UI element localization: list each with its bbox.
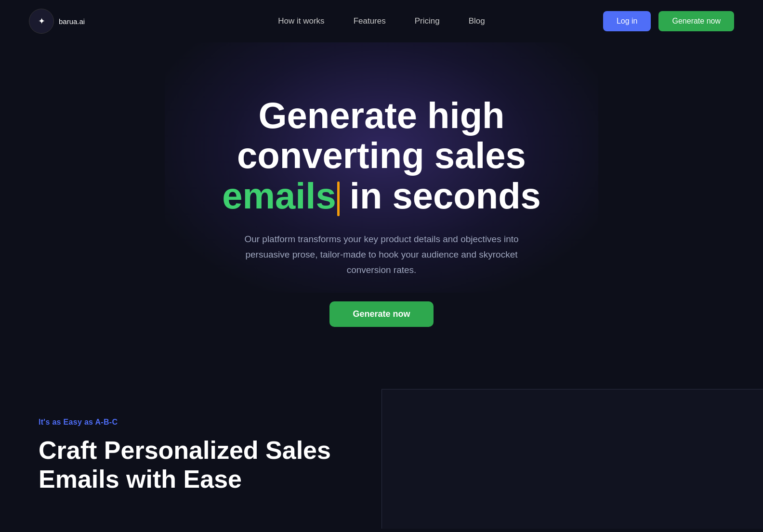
bottom-left: It's as Easy as A-B-C Craft Personalized…: [0, 389, 382, 529]
nav-blog[interactable]: Blog: [469, 16, 485, 26]
generate-now-hero-button[interactable]: Generate now: [329, 301, 433, 327]
login-button[interactable]: Log in: [603, 11, 651, 31]
headline-part2: converting sales: [237, 135, 526, 176]
easy-label: It's as Easy as A-B-C: [39, 418, 343, 427]
logo[interactable]: ✦ barua.ai: [29, 9, 85, 34]
headline-part3: in seconds: [340, 175, 541, 216]
hero-section: Generate high converting sales emails in…: [0, 42, 763, 389]
logo-text: barua.ai: [59, 17, 85, 26]
hero-headline: Generate high converting sales emails in…: [222, 95, 541, 216]
headline-green: emails: [222, 175, 336, 216]
nav-links: How it works Features Pricing Blog: [278, 16, 485, 26]
nav-actions: Log in Generate now: [603, 11, 734, 31]
bottom-title-line2: Emails with Ease: [39, 465, 242, 493]
nav-features[interactable]: Features: [354, 16, 386, 26]
nav-pricing[interactable]: Pricing: [415, 16, 440, 26]
navbar: ✦ barua.ai How it works Features Pricing…: [0, 0, 763, 42]
bottom-section: It's as Easy as A-B-C Craft Personalized…: [0, 389, 763, 529]
generate-now-nav-button[interactable]: Generate now: [658, 11, 734, 31]
bottom-title-line1: Craft Personalized Sales: [39, 436, 331, 464]
hero-subtext: Our platform transforms your key product…: [232, 232, 531, 278]
hero-content: Generate high converting sales emails in…: [222, 95, 541, 327]
headline-part1: Generate high: [258, 95, 504, 136]
bottom-title: Craft Personalized Sales Emails with Eas…: [39, 436, 343, 494]
nav-how-it-works[interactable]: How it works: [278, 16, 324, 26]
bottom-right-panel: [382, 389, 763, 529]
logo-symbol: ✦: [38, 16, 45, 26]
logo-icon: ✦: [29, 9, 54, 34]
